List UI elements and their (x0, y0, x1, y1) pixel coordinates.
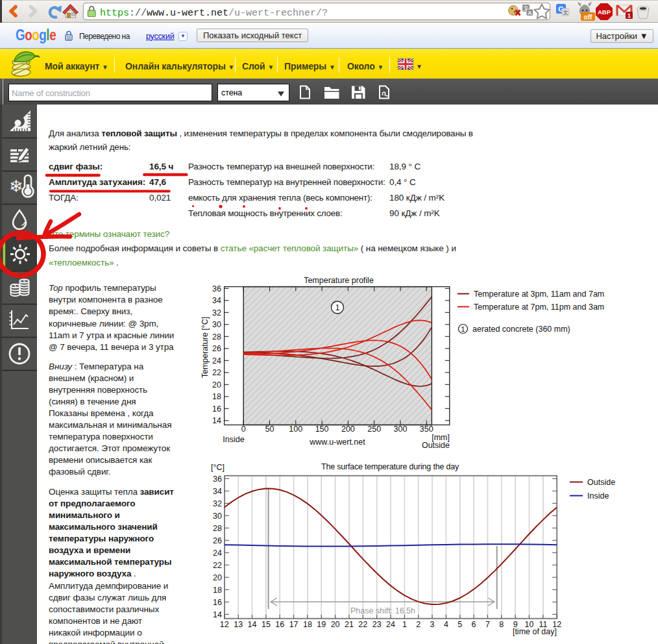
svg-text:150: 150 (315, 425, 329, 434)
svg-text:100: 100 (289, 425, 302, 434)
svg-text:30: 30 (213, 512, 222, 521)
svg-text:Inside: Inside (587, 491, 609, 501)
svg-text:1: 1 (335, 303, 340, 312)
svg-text:50: 50 (265, 425, 274, 434)
svg-text:8: 8 (499, 620, 504, 629)
svg-text:30: 30 (212, 320, 221, 329)
svg-text:[mm]: [mm] (432, 433, 450, 442)
svg-text:36: 36 (213, 475, 222, 484)
svg-text:200: 200 (341, 425, 355, 434)
svg-text:28: 28 (212, 332, 221, 341)
svg-text:24: 24 (212, 356, 221, 365)
svg-text:16: 16 (213, 598, 222, 607)
svg-text:10: 10 (525, 620, 534, 629)
svg-text:300: 300 (394, 425, 408, 434)
svg-text:18: 18 (213, 586, 222, 595)
svg-text:14: 14 (212, 416, 221, 425)
svg-text:23: 23 (372, 620, 382, 629)
svg-text:13: 13 (234, 620, 243, 629)
svg-text:4: 4 (444, 620, 448, 629)
svg-text:2: 2 (416, 620, 420, 629)
svg-text:11: 11 (539, 620, 547, 629)
svg-text:26: 26 (213, 536, 222, 545)
svg-text:14: 14 (213, 610, 222, 619)
svg-text:18: 18 (303, 620, 312, 629)
svg-text:3: 3 (430, 620, 435, 629)
svg-text:[time of day]: [time of day] (513, 627, 557, 636)
svg-text:0: 0 (241, 425, 246, 434)
svg-text:17: 17 (289, 620, 299, 629)
svg-text:Outside: Outside (422, 441, 450, 450)
svg-text:28: 28 (213, 524, 222, 533)
svg-text:9: 9 (513, 620, 518, 629)
svg-text:15: 15 (262, 620, 271, 629)
svg-text:1: 1 (402, 620, 407, 629)
svg-text:www.u-wert.net: www.u-wert.net (309, 438, 365, 447)
svg-text:34: 34 (213, 487, 222, 496)
svg-text:20: 20 (212, 380, 221, 390)
svg-text:250: 250 (367, 425, 381, 434)
svg-text:32: 32 (213, 499, 222, 508)
svg-text:Phase shift: 16.5h: Phase shift: 16.5h (350, 606, 415, 615)
svg-text:[°C]: [°C] (211, 463, 225, 472)
svg-text:Temperature [°C]: Temperature [°C] (201, 317, 210, 378)
svg-text:Outside: Outside (587, 478, 615, 487)
svg-text:19: 19 (317, 620, 326, 629)
svg-text:Temperature profile: Temperature profile (304, 276, 374, 285)
svg-text:22: 22 (358, 620, 367, 629)
svg-text:20: 20 (331, 620, 340, 629)
svg-text:21: 21 (345, 620, 354, 629)
svg-text:24: 24 (386, 620, 395, 629)
svg-text:12: 12 (552, 620, 561, 629)
svg-text:Inside: Inside (223, 435, 244, 444)
svg-text:14: 14 (248, 620, 257, 629)
svg-text:24: 24 (213, 549, 222, 558)
svg-text:The surface temperature during: The surface temperature during the day (321, 462, 459, 471)
svg-text:6: 6 (472, 620, 476, 629)
svg-text:Temperature at 7pm, 11pm and 3: Temperature at 7pm, 11pm and 3am (474, 303, 604, 312)
svg-text:32: 32 (212, 308, 221, 317)
svg-text:aerated concrete (360 mm): aerated concrete (360 mm) (472, 325, 570, 334)
svg-text:5: 5 (457, 620, 462, 629)
svg-text:Temperature at 3pm, 11am and 7: Temperature at 3pm, 11am and 7am (474, 290, 604, 299)
svg-text:22: 22 (213, 561, 222, 570)
svg-text:20: 20 (213, 573, 222, 582)
svg-text:22: 22 (212, 368, 221, 377)
svg-text:350: 350 (420, 425, 433, 434)
svg-text:16: 16 (275, 620, 284, 629)
svg-text:12: 12 (220, 620, 229, 629)
svg-text:1: 1 (461, 325, 465, 333)
svg-text:36: 36 (212, 284, 221, 293)
svg-text:16: 16 (212, 404, 221, 414)
svg-text:7: 7 (485, 620, 490, 629)
svg-text:26: 26 (212, 344, 221, 353)
svg-text:18: 18 (212, 392, 221, 401)
svg-text:34: 34 (212, 296, 221, 305)
